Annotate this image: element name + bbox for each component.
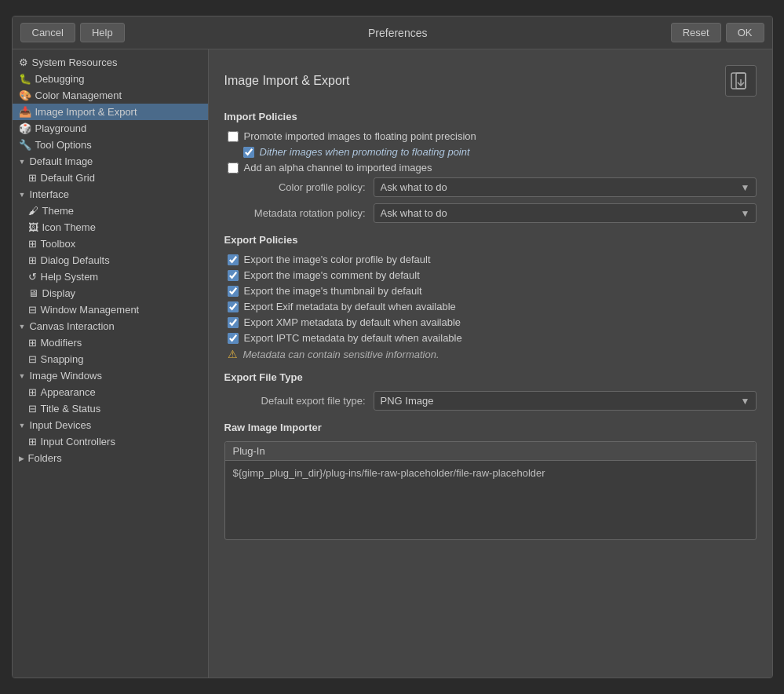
sidebar-item-folders[interactable]: ▶Folders bbox=[13, 450, 208, 466]
sidebar-item-appearance[interactable]: ⊞Appearance bbox=[13, 384, 208, 400]
body: ⚙System Resources🐛Debugging🎨Color Manage… bbox=[13, 49, 772, 678]
export-exif-row: Export Exif metadata by default when ava… bbox=[224, 301, 757, 312]
export-color-profile-checkbox[interactable] bbox=[228, 254, 239, 265]
window-title: Preferences bbox=[129, 27, 666, 39]
export-thumbnail-row: Export the image's thumbnail by default bbox=[224, 285, 757, 297]
cancel-button[interactable]: Cancel bbox=[20, 23, 75, 42]
sidebar-label-help-system: Help System bbox=[41, 271, 99, 283]
dither-float-row: Dither images when promoting to floating… bbox=[224, 146, 757, 158]
metadata-rotation-row: Metadata rotation policy: Ask what to do… bbox=[224, 203, 757, 223]
ok-button[interactable]: OK bbox=[726, 23, 764, 42]
color-profile-select-wrap: Ask what to do Keep embedded profile Con… bbox=[374, 177, 757, 197]
sidebar-item-dialog-defaults[interactable]: ⊞Dialog Defaults bbox=[13, 252, 208, 268]
sidebar-label-debugging: Debugging bbox=[35, 73, 85, 85]
export-color-profile-row: Export the image's color profile by defa… bbox=[224, 254, 757, 265]
sidebar-item-canvas-interaction[interactable]: ▼Canvas Interaction bbox=[13, 318, 208, 334]
export-exif-checkbox[interactable] bbox=[228, 301, 239, 312]
color-profile-select[interactable]: Ask what to do Keep embedded profile Con… bbox=[374, 177, 757, 197]
sidebar-icon-default-grid: ⊞ bbox=[28, 172, 37, 184]
sidebar-item-theme[interactable]: 🖌Theme bbox=[13, 203, 208, 219]
sidebar-label-window-management: Window Management bbox=[41, 304, 140, 316]
sidebar-label-modifiers: Modifiers bbox=[41, 337, 82, 349]
sidebar-item-playground[interactable]: 🎲Playground bbox=[13, 120, 208, 137]
sidebar-item-interface[interactable]: ▼Interface bbox=[13, 186, 208, 203]
sidebar-item-toolbox[interactable]: ⊞Toolbox bbox=[13, 236, 208, 252]
page-title: Image Import & Export bbox=[224, 74, 350, 88]
promote-float-checkbox[interactable] bbox=[228, 131, 239, 142]
reset-button[interactable]: Reset bbox=[671, 23, 721, 42]
export-xmp-row: Export XMP metadata by default when avai… bbox=[224, 316, 757, 328]
sidebar-item-image-import-export[interactable]: 📥Image Import & Export bbox=[13, 104, 208, 120]
metadata-rotation-select[interactable]: Ask what to do bbox=[374, 203, 757, 223]
raw-section-title: Raw Image Importer bbox=[224, 422, 757, 433]
export-section-title: Export Policies bbox=[224, 234, 757, 246]
default-file-type-select-wrap: PNG Image JPEG Image TIFF Image BMP Imag… bbox=[374, 391, 757, 411]
export-iptc-checkbox[interactable] bbox=[228, 333, 239, 344]
sidebar-icon-tool-options: 🔧 bbox=[19, 139, 31, 151]
help-button[interactable]: Help bbox=[80, 23, 125, 42]
sidebar-item-help-system[interactable]: ↺Help System bbox=[13, 268, 208, 285]
sidebar-icon-theme: 🖌 bbox=[28, 205, 38, 217]
sidebar-item-modifiers[interactable]: ⊞Modifiers bbox=[13, 334, 208, 351]
sidebar-item-snapping[interactable]: ⊟Snapping bbox=[13, 351, 208, 367]
sidebar-label-system-resources: System Resources bbox=[32, 57, 118, 68]
header: Cancel Help Preferences Reset OK bbox=[13, 16, 772, 49]
sidebar-item-image-windows[interactable]: ▼Image Windows bbox=[13, 367, 208, 384]
promote-float-row: Promote imported images to floating poin… bbox=[224, 130, 757, 142]
default-file-type-label: Default export file type: bbox=[224, 395, 366, 407]
sidebar-label-title-status: Title & Status bbox=[41, 403, 101, 415]
sidebar: ⚙System Resources🐛Debugging🎨Color Manage… bbox=[13, 49, 209, 678]
sidebar-item-display[interactable]: 🖥Display bbox=[13, 285, 208, 301]
sidebar-label-icon-theme: Icon Theme bbox=[42, 221, 96, 233]
sidebar-icon-default-image: ▼ bbox=[19, 158, 26, 166]
sidebar-icon-toolbox: ⊞ bbox=[28, 238, 37, 250]
metadata-rotation-select-wrap: Ask what to do ▼ bbox=[374, 203, 757, 223]
export-comment-label: Export the image's comment by default bbox=[244, 269, 420, 281]
warning-icon: ⚠ bbox=[228, 348, 238, 360]
sidebar-item-window-management[interactable]: ⊟Window Management bbox=[13, 301, 208, 318]
warning-row: ⚠ Metadata can contain sensitive informa… bbox=[224, 348, 757, 360]
export-file-type-title: Export File Type bbox=[224, 371, 757, 383]
sidebar-item-color-management[interactable]: 🎨Color Management bbox=[13, 87, 208, 104]
sidebar-item-default-image[interactable]: ▼Default Image bbox=[13, 153, 208, 170]
dither-float-checkbox[interactable] bbox=[243, 147, 254, 158]
metadata-rotation-label: Metadata rotation policy: bbox=[224, 207, 366, 219]
export-comment-row: Export the image's comment by default bbox=[224, 269, 757, 281]
sidebar-item-input-controllers[interactable]: ⊞Input Controllers bbox=[13, 433, 208, 450]
sidebar-icon-debugging: 🐛 bbox=[19, 73, 31, 85]
sidebar-item-icon-theme[interactable]: 🖼Icon Theme bbox=[13, 219, 208, 236]
sidebar-icon-canvas-interaction: ▼ bbox=[19, 323, 26, 331]
sidebar-icon-help-system: ↺ bbox=[28, 271, 37, 283]
sidebar-icon-image-windows: ▼ bbox=[19, 372, 26, 380]
page-icon bbox=[725, 65, 757, 97]
default-file-type-select[interactable]: PNG Image JPEG Image TIFF Image BMP Imag… bbox=[374, 391, 757, 411]
plugin-header: Plug-In bbox=[225, 442, 756, 461]
sidebar-label-default-grid: Default Grid bbox=[41, 172, 95, 184]
sidebar-label-image-windows: Image Windows bbox=[29, 370, 101, 382]
sidebar-item-debugging[interactable]: 🐛Debugging bbox=[13, 71, 208, 87]
sidebar-label-default-image: Default Image bbox=[29, 155, 93, 167]
sidebar-label-display: Display bbox=[42, 287, 76, 299]
sidebar-icon-image-import-export: 📥 bbox=[19, 106, 31, 118]
sidebar-icon-system-resources: ⚙ bbox=[19, 57, 28, 68]
export-thumbnail-checkbox[interactable] bbox=[228, 286, 239, 297]
sidebar-label-snapping: Snapping bbox=[41, 353, 84, 365]
sidebar-label-toolbox: Toolbox bbox=[41, 238, 76, 250]
sidebar-label-theme: Theme bbox=[42, 205, 74, 217]
export-xmp-checkbox[interactable] bbox=[228, 317, 239, 328]
export-comment-checkbox[interactable] bbox=[228, 270, 239, 281]
sidebar-item-default-grid[interactable]: ⊞Default Grid bbox=[13, 170, 208, 186]
color-profile-label: Color profile policy: bbox=[224, 181, 366, 193]
svg-rect-0 bbox=[731, 73, 746, 89]
sidebar-label-tool-options: Tool Options bbox=[35, 139, 92, 151]
add-alpha-checkbox[interactable] bbox=[228, 163, 239, 174]
sidebar-label-interface: Interface bbox=[29, 188, 69, 200]
sidebar-label-input-controllers: Input Controllers bbox=[41, 436, 115, 447]
export-iptc-row: Export IPTC metadata by default when ava… bbox=[224, 332, 757, 344]
warning-text: Metadata can contain sensitive informati… bbox=[243, 349, 439, 360]
sidebar-item-title-status[interactable]: ⊟Title & Status bbox=[13, 400, 208, 417]
sidebar-item-system-resources[interactable]: ⚙System Resources bbox=[13, 54, 208, 71]
sidebar-label-image-import-export: Image Import & Export bbox=[35, 106, 137, 118]
sidebar-item-input-devices[interactable]: ▼Input Devices bbox=[13, 417, 208, 433]
sidebar-item-tool-options[interactable]: 🔧Tool Options bbox=[13, 137, 208, 153]
